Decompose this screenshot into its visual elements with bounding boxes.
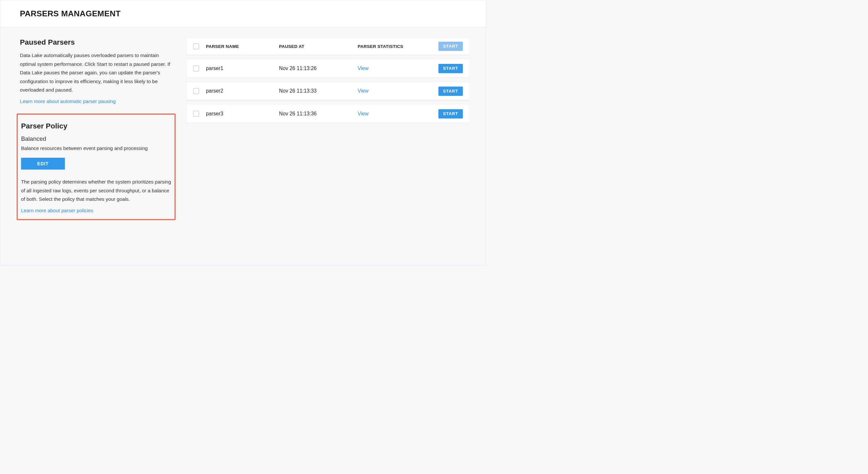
select-all-checkbox[interactable]: [193, 43, 199, 49]
table-row: parser1 Nov 26 11:13:26 View START: [187, 60, 470, 77]
column-header-stats: PARSER STATISTICS: [358, 44, 434, 49]
page-header: PARSERS MANAGEMENT: [0, 0, 486, 27]
paused-parsers-heading: Paused Parsers: [20, 38, 172, 46]
policy-long-description: The parsing policy determines whether th…: [21, 178, 171, 203]
paused-at-cell: Nov 26 11:13:36: [279, 111, 358, 117]
row-checkbox[interactable]: [193, 111, 199, 117]
view-stats-link[interactable]: View: [358, 111, 369, 116]
start-parser-button[interactable]: START: [438, 64, 463, 73]
row-checkbox[interactable]: [193, 66, 199, 71]
parser-name-cell: parser2: [206, 88, 279, 94]
parser-name-cell: parser3: [206, 111, 279, 117]
edit-policy-button[interactable]: EDIT: [21, 158, 65, 170]
view-stats-link[interactable]: View: [358, 66, 369, 71]
learn-more-policies-link[interactable]: Learn more about parser policies: [21, 208, 93, 213]
parser-policy-section: Parser Policy Balanced Balance resources…: [17, 113, 176, 220]
learn-more-pausing-link[interactable]: Learn more about automatic parser pausin…: [20, 99, 116, 104]
table-header-row: PARSER NAME PAUSED AT PARSER STATISTICS …: [187, 38, 470, 55]
table-row: parser3 Nov 26 11:13:36 View START: [187, 105, 470, 123]
view-stats-link[interactable]: View: [358, 88, 369, 94]
parsers-table: PARSER NAME PAUSED AT PARSER STATISTICS …: [187, 38, 470, 122]
right-column: PARSER NAME PAUSED AT PARSER STATISTICS …: [187, 38, 470, 220]
start-parser-button[interactable]: START: [438, 87, 463, 96]
paused-parsers-description: Data Lake automatically pauses overloade…: [20, 51, 172, 94]
page-wrapper: PARSERS MANAGEMENT Paused Parsers Data L…: [0, 0, 486, 265]
start-parser-button[interactable]: START: [438, 109, 463, 118]
column-header-paused-at: PAUSED AT: [279, 44, 358, 49]
parser-policy-heading: Parser Policy: [21, 122, 171, 130]
parser-name-cell: parser1: [206, 66, 279, 71]
paused-parsers-section: Paused Parsers Data Lake automatically p…: [17, 38, 176, 104]
table-row: parser2 Nov 26 11:13:33 View START: [187, 82, 470, 100]
column-header-name: PARSER NAME: [206, 44, 279, 49]
start-all-button[interactable]: START: [438, 42, 463, 51]
paused-at-cell: Nov 26 11:13:33: [279, 88, 358, 94]
policy-name: Balanced: [21, 135, 171, 142]
policy-short-description: Balance resources between event parsing …: [21, 145, 171, 151]
paused-at-cell: Nov 26 11:13:26: [279, 66, 358, 71]
left-column: Paused Parsers Data Lake automatically p…: [17, 38, 176, 220]
content-area: Paused Parsers Data Lake automatically p…: [0, 27, 486, 228]
page-title: PARSERS MANAGEMENT: [20, 9, 466, 18]
row-checkbox[interactable]: [193, 88, 199, 94]
